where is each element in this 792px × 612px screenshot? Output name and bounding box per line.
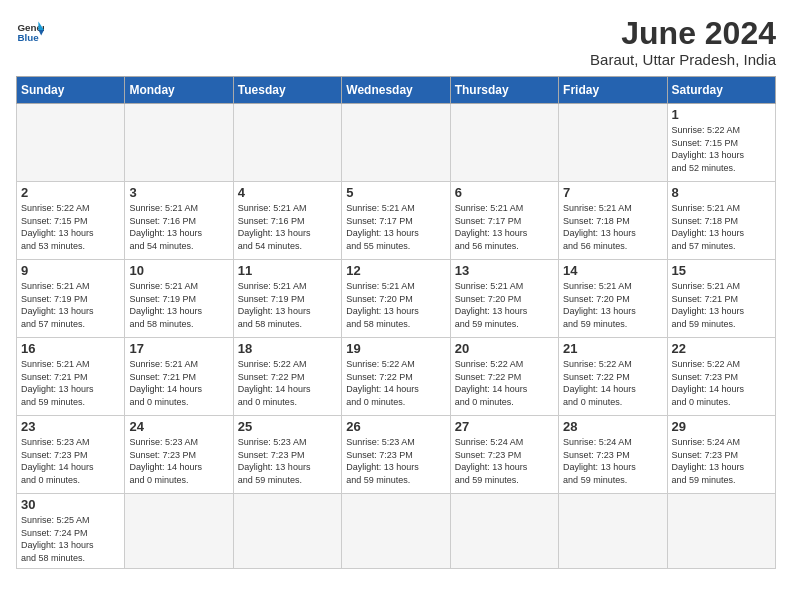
day-info: Sunrise: 5:22 AM Sunset: 7:15 PM Dayligh… bbox=[672, 124, 771, 174]
day-number: 7 bbox=[563, 185, 662, 200]
calendar-cell bbox=[559, 104, 667, 182]
calendar-cell: 25Sunrise: 5:23 AM Sunset: 7:23 PM Dayli… bbox=[233, 416, 341, 494]
svg-text:Blue: Blue bbox=[17, 32, 39, 43]
day-info: Sunrise: 5:25 AM Sunset: 7:24 PM Dayligh… bbox=[21, 514, 120, 564]
day-info: Sunrise: 5:21 AM Sunset: 7:20 PM Dayligh… bbox=[455, 280, 554, 330]
calendar-table: Sunday Monday Tuesday Wednesday Thursday… bbox=[16, 76, 776, 568]
day-info: Sunrise: 5:21 AM Sunset: 7:18 PM Dayligh… bbox=[563, 202, 662, 252]
calendar-cell: 1Sunrise: 5:22 AM Sunset: 7:15 PM Daylig… bbox=[667, 104, 775, 182]
calendar-cell bbox=[342, 494, 450, 568]
calendar-cell: 30Sunrise: 5:25 AM Sunset: 7:24 PM Dayli… bbox=[17, 494, 125, 568]
day-number: 25 bbox=[238, 419, 337, 434]
calendar-cell: 4Sunrise: 5:21 AM Sunset: 7:16 PM Daylig… bbox=[233, 182, 341, 260]
calendar-cell bbox=[233, 104, 341, 182]
day-info: Sunrise: 5:22 AM Sunset: 7:23 PM Dayligh… bbox=[672, 358, 771, 408]
calendar-cell bbox=[125, 104, 233, 182]
day-number: 29 bbox=[672, 419, 771, 434]
day-number: 9 bbox=[21, 263, 120, 278]
day-number: 11 bbox=[238, 263, 337, 278]
day-info: Sunrise: 5:21 AM Sunset: 7:21 PM Dayligh… bbox=[129, 358, 228, 408]
day-info: Sunrise: 5:21 AM Sunset: 7:21 PM Dayligh… bbox=[21, 358, 120, 408]
calendar-cell: 19Sunrise: 5:22 AM Sunset: 7:22 PM Dayli… bbox=[342, 338, 450, 416]
title-area: June 2024 Baraut, Uttar Pradesh, India bbox=[590, 16, 776, 68]
calendar-cell: 9Sunrise: 5:21 AM Sunset: 7:19 PM Daylig… bbox=[17, 260, 125, 338]
day-number: 15 bbox=[672, 263, 771, 278]
calendar-cell: 26Sunrise: 5:23 AM Sunset: 7:23 PM Dayli… bbox=[342, 416, 450, 494]
day-info: Sunrise: 5:22 AM Sunset: 7:22 PM Dayligh… bbox=[346, 358, 445, 408]
calendar-cell bbox=[342, 104, 450, 182]
day-number: 28 bbox=[563, 419, 662, 434]
day-info: Sunrise: 5:23 AM Sunset: 7:23 PM Dayligh… bbox=[238, 436, 337, 486]
weekday-header-row: Sunday Monday Tuesday Wednesday Thursday… bbox=[17, 77, 776, 104]
day-info: Sunrise: 5:21 AM Sunset: 7:20 PM Dayligh… bbox=[346, 280, 445, 330]
calendar-cell: 6Sunrise: 5:21 AM Sunset: 7:17 PM Daylig… bbox=[450, 182, 558, 260]
day-number: 2 bbox=[21, 185, 120, 200]
logo: General Blue bbox=[16, 16, 44, 44]
day-number: 22 bbox=[672, 341, 771, 356]
calendar-cell: 12Sunrise: 5:21 AM Sunset: 7:20 PM Dayli… bbox=[342, 260, 450, 338]
calendar-cell: 29Sunrise: 5:24 AM Sunset: 7:23 PM Dayli… bbox=[667, 416, 775, 494]
day-number: 17 bbox=[129, 341, 228, 356]
day-number: 8 bbox=[672, 185, 771, 200]
header-monday: Monday bbox=[125, 77, 233, 104]
day-info: Sunrise: 5:21 AM Sunset: 7:19 PM Dayligh… bbox=[21, 280, 120, 330]
day-info: Sunrise: 5:21 AM Sunset: 7:16 PM Dayligh… bbox=[129, 202, 228, 252]
day-info: Sunrise: 5:23 AM Sunset: 7:23 PM Dayligh… bbox=[129, 436, 228, 486]
day-number: 1 bbox=[672, 107, 771, 122]
calendar-cell: 23Sunrise: 5:23 AM Sunset: 7:23 PM Dayli… bbox=[17, 416, 125, 494]
calendar-cell: 18Sunrise: 5:22 AM Sunset: 7:22 PM Dayli… bbox=[233, 338, 341, 416]
day-number: 27 bbox=[455, 419, 554, 434]
day-info: Sunrise: 5:21 AM Sunset: 7:18 PM Dayligh… bbox=[672, 202, 771, 252]
day-info: Sunrise: 5:22 AM Sunset: 7:22 PM Dayligh… bbox=[563, 358, 662, 408]
calendar-cell: 7Sunrise: 5:21 AM Sunset: 7:18 PM Daylig… bbox=[559, 182, 667, 260]
day-number: 18 bbox=[238, 341, 337, 356]
calendar-cell: 5Sunrise: 5:21 AM Sunset: 7:17 PM Daylig… bbox=[342, 182, 450, 260]
day-info: Sunrise: 5:23 AM Sunset: 7:23 PM Dayligh… bbox=[21, 436, 120, 486]
header-friday: Friday bbox=[559, 77, 667, 104]
calendar-cell: 24Sunrise: 5:23 AM Sunset: 7:23 PM Dayli… bbox=[125, 416, 233, 494]
header-wednesday: Wednesday bbox=[342, 77, 450, 104]
day-number: 4 bbox=[238, 185, 337, 200]
day-number: 26 bbox=[346, 419, 445, 434]
calendar-cell: 10Sunrise: 5:21 AM Sunset: 7:19 PM Dayli… bbox=[125, 260, 233, 338]
day-info: Sunrise: 5:22 AM Sunset: 7:22 PM Dayligh… bbox=[238, 358, 337, 408]
calendar-cell: 21Sunrise: 5:22 AM Sunset: 7:22 PM Dayli… bbox=[559, 338, 667, 416]
day-info: Sunrise: 5:21 AM Sunset: 7:19 PM Dayligh… bbox=[129, 280, 228, 330]
calendar-cell: 11Sunrise: 5:21 AM Sunset: 7:19 PM Dayli… bbox=[233, 260, 341, 338]
calendar-cell: 28Sunrise: 5:24 AM Sunset: 7:23 PM Dayli… bbox=[559, 416, 667, 494]
calendar-title: June 2024 bbox=[590, 16, 776, 51]
header-saturday: Saturday bbox=[667, 77, 775, 104]
day-info: Sunrise: 5:21 AM Sunset: 7:20 PM Dayligh… bbox=[563, 280, 662, 330]
day-info: Sunrise: 5:21 AM Sunset: 7:21 PM Dayligh… bbox=[672, 280, 771, 330]
header-tuesday: Tuesday bbox=[233, 77, 341, 104]
calendar-cell: 17Sunrise: 5:21 AM Sunset: 7:21 PM Dayli… bbox=[125, 338, 233, 416]
calendar-cell bbox=[559, 494, 667, 568]
calendar-cell: 27Sunrise: 5:24 AM Sunset: 7:23 PM Dayli… bbox=[450, 416, 558, 494]
day-number: 23 bbox=[21, 419, 120, 434]
page-header: General Blue June 2024 Baraut, Uttar Pra… bbox=[16, 16, 776, 68]
day-info: Sunrise: 5:22 AM Sunset: 7:22 PM Dayligh… bbox=[455, 358, 554, 408]
calendar-cell bbox=[233, 494, 341, 568]
calendar-cell: 3Sunrise: 5:21 AM Sunset: 7:16 PM Daylig… bbox=[125, 182, 233, 260]
day-info: Sunrise: 5:21 AM Sunset: 7:19 PM Dayligh… bbox=[238, 280, 337, 330]
day-number: 24 bbox=[129, 419, 228, 434]
calendar-cell bbox=[667, 494, 775, 568]
day-info: Sunrise: 5:22 AM Sunset: 7:15 PM Dayligh… bbox=[21, 202, 120, 252]
calendar-cell: 13Sunrise: 5:21 AM Sunset: 7:20 PM Dayli… bbox=[450, 260, 558, 338]
day-number: 12 bbox=[346, 263, 445, 278]
day-number: 5 bbox=[346, 185, 445, 200]
day-number: 16 bbox=[21, 341, 120, 356]
calendar-subtitle: Baraut, Uttar Pradesh, India bbox=[590, 51, 776, 68]
day-number: 19 bbox=[346, 341, 445, 356]
logo-icon: General Blue bbox=[16, 16, 44, 44]
calendar-cell bbox=[17, 104, 125, 182]
day-info: Sunrise: 5:21 AM Sunset: 7:17 PM Dayligh… bbox=[346, 202, 445, 252]
day-info: Sunrise: 5:24 AM Sunset: 7:23 PM Dayligh… bbox=[672, 436, 771, 486]
calendar-cell: 20Sunrise: 5:22 AM Sunset: 7:22 PM Dayli… bbox=[450, 338, 558, 416]
day-info: Sunrise: 5:21 AM Sunset: 7:17 PM Dayligh… bbox=[455, 202, 554, 252]
day-number: 10 bbox=[129, 263, 228, 278]
calendar-cell: 22Sunrise: 5:22 AM Sunset: 7:23 PM Dayli… bbox=[667, 338, 775, 416]
day-info: Sunrise: 5:23 AM Sunset: 7:23 PM Dayligh… bbox=[346, 436, 445, 486]
day-number: 21 bbox=[563, 341, 662, 356]
calendar-cell: 15Sunrise: 5:21 AM Sunset: 7:21 PM Dayli… bbox=[667, 260, 775, 338]
